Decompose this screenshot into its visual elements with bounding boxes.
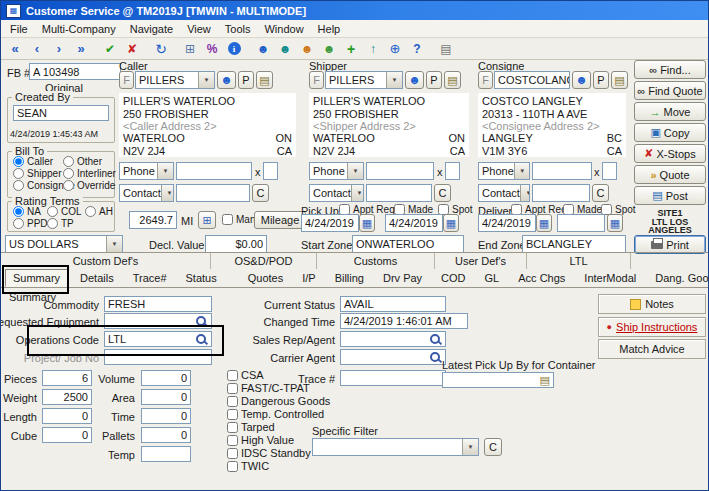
tarped-checkbox[interactable]: Tarped: [227, 421, 275, 433]
ship-instructions-button[interactable]: ● Ship Instructions: [598, 317, 706, 337]
dropdown-arrow-icon[interactable]: ▼: [351, 185, 364, 201]
dropdown-arrow-icon[interactable]: ▼: [462, 439, 478, 455]
consignee-p-button[interactable]: P: [593, 71, 609, 89]
current-status-field[interactable]: AVAIL: [340, 296, 446, 312]
consignee-code-combobox[interactable]: COSTCOLANG ▼: [494, 71, 570, 89]
radio-input[interactable]: [47, 206, 58, 217]
deliver-date-to-calendar-button[interactable]: ▦: [607, 214, 623, 232]
dropdown-arrow-icon[interactable]: ▼: [198, 72, 214, 88]
checkbox-input[interactable]: [222, 214, 233, 225]
shipper-contact-type-combobox[interactable]: Contact ▼: [309, 184, 364, 202]
customers-button[interactable]: ☻: [252, 38, 274, 59]
pickup-date-from-field[interactable]: 4/24/2019: [301, 214, 359, 232]
radio-input[interactable]: [13, 156, 24, 167]
shipper-customer-button[interactable]: ☻: [405, 71, 424, 89]
tab-summary[interactable]: Summary: [5, 269, 68, 287]
prior-record-button[interactable]: ‹: [26, 38, 48, 59]
radio-input[interactable]: [13, 218, 24, 229]
consignee-phone-type-combobox[interactable]: Phone ▼: [478, 162, 530, 180]
caller-paste-button[interactable]: ▤: [256, 71, 273, 89]
tab-details[interactable]: Details: [73, 269, 121, 287]
project-job-field[interactable]: [104, 349, 212, 365]
changed-time-field[interactable]: 4/24/2019 1:46:01 AM: [340, 313, 468, 329]
deliver-date-from-calendar-button[interactable]: ▦: [536, 214, 552, 232]
end-zone-field[interactable]: BCLANGLEY: [522, 235, 626, 253]
commodity-field[interactable]: FRESH: [104, 296, 212, 312]
radio-input[interactable]: [13, 180, 24, 191]
sales-rep-field[interactable]: [340, 331, 446, 347]
carriers-button[interactable]: ☻: [274, 38, 296, 59]
high-value-checkbox[interactable]: High Value: [227, 434, 294, 446]
bill-to-other-radio[interactable]: Other: [63, 156, 102, 167]
shipper-p-button[interactable]: P: [426, 71, 442, 89]
help-button[interactable]: ?: [406, 38, 428, 59]
currency-combobox[interactable]: US DOLLARS ▼: [5, 235, 123, 253]
web-button[interactable]: ⊕: [384, 38, 406, 59]
x-stops-button[interactable]: ✘ X-Stops: [634, 144, 706, 163]
dangerous-goods-checkbox[interactable]: Dangerous Goods: [227, 395, 330, 407]
add-record-button[interactable]: +: [340, 38, 362, 59]
checkbox-input[interactable]: [227, 370, 238, 381]
shipper-contact-field[interactable]: [366, 184, 432, 202]
fast-ctpat-checkbox[interactable]: FAST/C-TPAT: [227, 382, 310, 394]
calculator-button[interactable]: ⊞: [179, 38, 201, 59]
carrier-agent-field[interactable]: [340, 349, 446, 365]
cube-field[interactable]: 0: [42, 427, 92, 443]
shipper-paste-button[interactable]: ▤: [444, 71, 461, 89]
pickup-date-to-field[interactable]: 4/24/2019: [385, 214, 443, 232]
caller-p-button[interactable]: P: [238, 71, 254, 89]
operations-code-field[interactable]: LTL: [104, 331, 212, 347]
move-button[interactable]: → Move: [634, 102, 706, 121]
drivers-button[interactable]: ☻: [296, 38, 318, 59]
distance-field[interactable]: 2649.7: [129, 211, 177, 229]
next-record-button[interactable]: ›: [48, 38, 70, 59]
trace-number-field[interactable]: [340, 370, 446, 386]
pickup-date-to-calendar-button[interactable]: ▦: [443, 214, 459, 232]
radio-input[interactable]: [47, 218, 58, 229]
tab-billing[interactable]: Billing: [328, 269, 371, 287]
info-button[interactable]: i: [223, 38, 245, 59]
tab-ltl[interactable]: LTL: [527, 253, 631, 269]
consignee-contact-field[interactable]: [532, 184, 590, 202]
shipper-code-combobox[interactable]: PILLERS ▼: [325, 71, 403, 89]
shipper-ext-field[interactable]: [445, 162, 460, 180]
tab-cod[interactable]: COD: [434, 269, 472, 287]
radio-input[interactable]: [13, 168, 24, 179]
mileage-button[interactable]: Mileage: [254, 211, 306, 229]
declared-value-field[interactable]: $0.00: [205, 235, 267, 253]
checkbox-input[interactable]: [227, 422, 238, 433]
match-advice-button[interactable]: Match Advice: [598, 339, 706, 359]
csa-checkbox[interactable]: CSA: [227, 369, 264, 381]
upload-button[interactable]: ↑: [362, 38, 384, 59]
search-icon[interactable]: [429, 351, 442, 364]
length-field[interactable]: 0: [42, 408, 92, 424]
checkbox-input[interactable]: [227, 435, 238, 446]
menu-multi-company[interactable]: Multi-Company: [35, 22, 123, 36]
radio-input[interactable]: [85, 206, 96, 217]
caller-contact-c-button[interactable]: C: [252, 184, 269, 202]
time-field[interactable]: 0: [141, 408, 191, 424]
checkbox-input[interactable]: [227, 396, 238, 407]
menu-tools[interactable]: Tools: [218, 22, 258, 36]
latest-pickup-field[interactable]: ▤: [442, 372, 554, 388]
checkbox-input[interactable]: [227, 448, 238, 459]
consignee-contact-type-combobox[interactable]: Contact ▼: [478, 184, 530, 202]
trace-document-button[interactable]: ▤: [435, 38, 457, 59]
personnel-button[interactable]: ☻: [318, 38, 340, 59]
search-icon[interactable]: [195, 315, 208, 328]
twic-checkbox[interactable]: TWIC: [227, 460, 269, 472]
find-quote-button[interactable]: ∞ Find Quote: [634, 81, 706, 100]
clipboard-icon[interactable]: ▤: [540, 374, 550, 387]
search-icon[interactable]: [429, 333, 442, 346]
dropdown-arrow-icon[interactable]: ▼: [514, 163, 530, 179]
refresh-button[interactable]: ↻: [150, 38, 172, 59]
radio-input[interactable]: [63, 156, 74, 167]
mileage-calculator-button[interactable]: ⊞: [198, 211, 216, 229]
bill-to-override-radio[interactable]: Override: [63, 180, 115, 191]
weight-field[interactable]: 2500: [42, 389, 92, 405]
search-icon[interactable]: [195, 333, 208, 346]
find-button[interactable]: ∞ Find...: [634, 60, 706, 79]
checkbox-input[interactable]: [227, 461, 238, 472]
dropdown-arrow-icon[interactable]: ▼: [347, 163, 363, 179]
quote-button[interactable]: » Quote: [634, 165, 706, 184]
